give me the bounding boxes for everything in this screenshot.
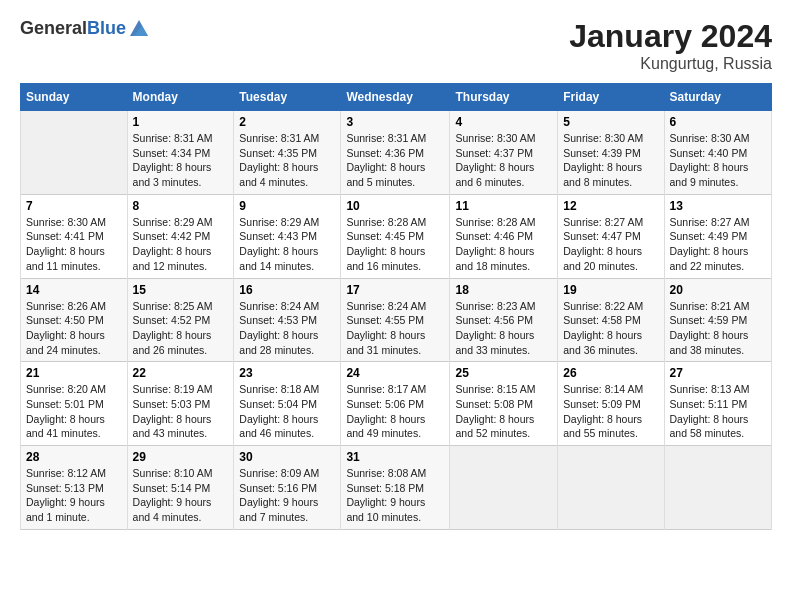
cell-content: Sunrise: 8:17 AMSunset: 5:06 PMDaylight:… [346, 382, 444, 441]
calendar-cell: 25Sunrise: 8:15 AMSunset: 5:08 PMDayligh… [450, 362, 558, 446]
day-number: 17 [346, 283, 444, 297]
day-number: 19 [563, 283, 658, 297]
calendar-cell: 20Sunrise: 8:21 AMSunset: 4:59 PMDayligh… [664, 278, 772, 362]
cell-content: Sunrise: 8:20 AMSunset: 5:01 PMDaylight:… [26, 382, 122, 441]
cell-content: Sunrise: 8:27 AMSunset: 4:49 PMDaylight:… [670, 215, 767, 274]
calendar-cell: 16Sunrise: 8:24 AMSunset: 4:53 PMDayligh… [234, 278, 341, 362]
col-header-monday: Monday [127, 84, 234, 111]
logo-blue: Blue [87, 18, 126, 38]
calendar-cell: 21Sunrise: 8:20 AMSunset: 5:01 PMDayligh… [21, 362, 128, 446]
day-number: 28 [26, 450, 122, 464]
calendar-cell: 6Sunrise: 8:30 AMSunset: 4:40 PMDaylight… [664, 111, 772, 195]
calendar-cell [21, 111, 128, 195]
calendar-cell: 5Sunrise: 8:30 AMSunset: 4:39 PMDaylight… [558, 111, 664, 195]
calendar-table: SundayMondayTuesdayWednesdayThursdayFrid… [20, 83, 772, 530]
calendar-week-4: 21Sunrise: 8:20 AMSunset: 5:01 PMDayligh… [21, 362, 772, 446]
calendar-cell: 8Sunrise: 8:29 AMSunset: 4:42 PMDaylight… [127, 194, 234, 278]
cell-content: Sunrise: 8:24 AMSunset: 4:53 PMDaylight:… [239, 299, 335, 358]
col-header-tuesday: Tuesday [234, 84, 341, 111]
day-number: 27 [670, 366, 767, 380]
cell-content: Sunrise: 8:27 AMSunset: 4:47 PMDaylight:… [563, 215, 658, 274]
calendar-header-row: SundayMondayTuesdayWednesdayThursdayFrid… [21, 84, 772, 111]
cell-content: Sunrise: 8:21 AMSunset: 4:59 PMDaylight:… [670, 299, 767, 358]
cell-content: Sunrise: 8:31 AMSunset: 4:34 PMDaylight:… [133, 131, 229, 190]
day-number: 6 [670, 115, 767, 129]
logo-icon [128, 18, 150, 40]
day-number: 9 [239, 199, 335, 213]
calendar-cell [450, 446, 558, 530]
cell-content: Sunrise: 8:08 AMSunset: 5:18 PMDaylight:… [346, 466, 444, 525]
day-number: 21 [26, 366, 122, 380]
page-header: GeneralBlue January 2024 Kungurtug, Russ… [20, 18, 772, 73]
cell-content: Sunrise: 8:31 AMSunset: 4:36 PMDaylight:… [346, 131, 444, 190]
calendar-cell [558, 446, 664, 530]
day-number: 20 [670, 283, 767, 297]
cell-content: Sunrise: 8:30 AMSunset: 4:39 PMDaylight:… [563, 131, 658, 190]
calendar-cell: 27Sunrise: 8:13 AMSunset: 5:11 PMDayligh… [664, 362, 772, 446]
day-number: 31 [346, 450, 444, 464]
day-number: 16 [239, 283, 335, 297]
day-number: 24 [346, 366, 444, 380]
page-title: January 2024 [569, 18, 772, 55]
day-number: 13 [670, 199, 767, 213]
calendar-week-3: 14Sunrise: 8:26 AMSunset: 4:50 PMDayligh… [21, 278, 772, 362]
calendar-cell: 22Sunrise: 8:19 AMSunset: 5:03 PMDayligh… [127, 362, 234, 446]
calendar-cell: 10Sunrise: 8:28 AMSunset: 4:45 PMDayligh… [341, 194, 450, 278]
cell-content: Sunrise: 8:13 AMSunset: 5:11 PMDaylight:… [670, 382, 767, 441]
calendar-cell: 30Sunrise: 8:09 AMSunset: 5:16 PMDayligh… [234, 446, 341, 530]
day-number: 25 [455, 366, 552, 380]
day-number: 23 [239, 366, 335, 380]
calendar-cell: 13Sunrise: 8:27 AMSunset: 4:49 PMDayligh… [664, 194, 772, 278]
cell-content: Sunrise: 8:31 AMSunset: 4:35 PMDaylight:… [239, 131, 335, 190]
cell-content: Sunrise: 8:19 AMSunset: 5:03 PMDaylight:… [133, 382, 229, 441]
day-number: 8 [133, 199, 229, 213]
calendar-cell: 9Sunrise: 8:29 AMSunset: 4:43 PMDaylight… [234, 194, 341, 278]
day-number: 1 [133, 115, 229, 129]
calendar-cell: 29Sunrise: 8:10 AMSunset: 5:14 PMDayligh… [127, 446, 234, 530]
cell-content: Sunrise: 8:29 AMSunset: 4:42 PMDaylight:… [133, 215, 229, 274]
day-number: 5 [563, 115, 658, 129]
cell-content: Sunrise: 8:26 AMSunset: 4:50 PMDaylight:… [26, 299, 122, 358]
calendar-cell: 11Sunrise: 8:28 AMSunset: 4:46 PMDayligh… [450, 194, 558, 278]
calendar-cell: 17Sunrise: 8:24 AMSunset: 4:55 PMDayligh… [341, 278, 450, 362]
cell-content: Sunrise: 8:28 AMSunset: 4:45 PMDaylight:… [346, 215, 444, 274]
col-header-sunday: Sunday [21, 84, 128, 111]
calendar-cell: 23Sunrise: 8:18 AMSunset: 5:04 PMDayligh… [234, 362, 341, 446]
day-number: 3 [346, 115, 444, 129]
calendar-cell: 28Sunrise: 8:12 AMSunset: 5:13 PMDayligh… [21, 446, 128, 530]
cell-content: Sunrise: 8:23 AMSunset: 4:56 PMDaylight:… [455, 299, 552, 358]
calendar-cell: 18Sunrise: 8:23 AMSunset: 4:56 PMDayligh… [450, 278, 558, 362]
day-number: 26 [563, 366, 658, 380]
calendar-cell: 14Sunrise: 8:26 AMSunset: 4:50 PMDayligh… [21, 278, 128, 362]
page-subtitle: Kungurtug, Russia [569, 55, 772, 73]
title-block: January 2024 Kungurtug, Russia [569, 18, 772, 73]
col-header-wednesday: Wednesday [341, 84, 450, 111]
cell-content: Sunrise: 8:18 AMSunset: 5:04 PMDaylight:… [239, 382, 335, 441]
day-number: 10 [346, 199, 444, 213]
day-number: 18 [455, 283, 552, 297]
day-number: 15 [133, 283, 229, 297]
logo-general: General [20, 18, 87, 38]
day-number: 7 [26, 199, 122, 213]
cell-content: Sunrise: 8:10 AMSunset: 5:14 PMDaylight:… [133, 466, 229, 525]
calendar-cell: 19Sunrise: 8:22 AMSunset: 4:58 PMDayligh… [558, 278, 664, 362]
calendar-cell: 2Sunrise: 8:31 AMSunset: 4:35 PMDaylight… [234, 111, 341, 195]
day-number: 22 [133, 366, 229, 380]
col-header-thursday: Thursday [450, 84, 558, 111]
calendar-cell: 3Sunrise: 8:31 AMSunset: 4:36 PMDaylight… [341, 111, 450, 195]
calendar-cell: 26Sunrise: 8:14 AMSunset: 5:09 PMDayligh… [558, 362, 664, 446]
calendar-cell: 1Sunrise: 8:31 AMSunset: 4:34 PMDaylight… [127, 111, 234, 195]
day-number: 12 [563, 199, 658, 213]
day-number: 14 [26, 283, 122, 297]
calendar-cell: 24Sunrise: 8:17 AMSunset: 5:06 PMDayligh… [341, 362, 450, 446]
cell-content: Sunrise: 8:30 AMSunset: 4:40 PMDaylight:… [670, 131, 767, 190]
calendar-cell: 15Sunrise: 8:25 AMSunset: 4:52 PMDayligh… [127, 278, 234, 362]
day-number: 2 [239, 115, 335, 129]
cell-content: Sunrise: 8:15 AMSunset: 5:08 PMDaylight:… [455, 382, 552, 441]
calendar-cell: 12Sunrise: 8:27 AMSunset: 4:47 PMDayligh… [558, 194, 664, 278]
calendar-cell: 7Sunrise: 8:30 AMSunset: 4:41 PMDaylight… [21, 194, 128, 278]
calendar-week-5: 28Sunrise: 8:12 AMSunset: 5:13 PMDayligh… [21, 446, 772, 530]
calendar-cell: 4Sunrise: 8:30 AMSunset: 4:37 PMDaylight… [450, 111, 558, 195]
col-header-saturday: Saturday [664, 84, 772, 111]
calendar-cell: 31Sunrise: 8:08 AMSunset: 5:18 PMDayligh… [341, 446, 450, 530]
